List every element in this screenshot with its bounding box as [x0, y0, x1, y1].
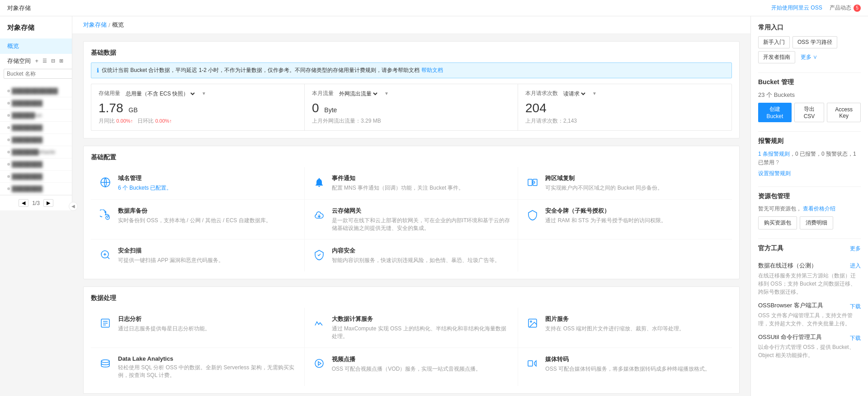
sidebar-item-overview[interactable]: 概览	[0, 38, 72, 54]
backup-icon	[98, 208, 113, 222]
config-notification-text: 事件通知 配置 MNS 事件通知（回调）功能，关注 Bucket 事件。	[332, 174, 464, 192]
resource-text: 暂无可用资源包， 查看价格介绍	[758, 205, 861, 213]
migration-link[interactable]: 进入	[850, 262, 861, 270]
create-bucket-btn[interactable]: 创建 Bucket	[758, 103, 792, 122]
process-item-transcode[interactable]: 媒体转码 OSS 可配合媒体转码服务，将多媒体数据转码成多种终端播放格式。	[518, 348, 732, 386]
process-item-log[interactable]: 日志分析 通过日志服务提供每星日志分析功能。	[91, 308, 305, 348]
traffic-type-select[interactable]: 外网流出流量 内网流出流量	[337, 90, 379, 97]
product-news-link[interactable]: 产品动态 5	[830, 4, 861, 12]
toolbar-btn-3[interactable]: ⊞	[58, 57, 65, 65]
list-item[interactable]: ████████	[0, 134, 72, 146]
metric-requests-header: 本月请求次数 读请求 写请求 ▼	[525, 90, 724, 97]
list-item[interactable]: ████████	[0, 171, 72, 183]
access-key-btn[interactable]: Access Key	[827, 103, 861, 122]
config-item-security[interactable]: 安全令牌（子账号授权） 通过 RAM 和 STS 为子账号授予临时的访问权限。	[518, 200, 732, 240]
config-item-notification[interactable]: 事件通知 配置 MNS 事件通知（回调）功能，关注 Bucket 事件。	[305, 167, 519, 200]
basic-config-section: 基础配置 域名管理 6 个 Buckets 已配置。	[83, 146, 740, 279]
sidebar-search-row: 🔍	[0, 67, 72, 82]
process-item-image[interactable]: 图片服务 支持在 OSS 端对图片文件进行缩放、裁剪、水印等处理。	[518, 308, 732, 348]
common-entry-section: 常用入口 新手入门 OSS 学习路径 开发者指南 更多 ∨	[758, 24, 861, 63]
migration-header: 数据在线迁移（公测） 进入	[758, 262, 861, 270]
ossbrowser-desc: OSS 文件客户端管理工具，支持文件管理，支持超大文件、文件夹批量上传。	[758, 311, 861, 328]
entry-beginner-btn[interactable]: 新手入门	[758, 36, 790, 48]
list-item[interactable]: ████████	[0, 158, 72, 171]
bucket-action-buttons: 创建 Bucket 导出 CSV Access Key	[758, 103, 861, 122]
storage-type-select[interactable]: 总用量（不含 ECS 快照） 标准存储	[124, 90, 196, 97]
toolbar-btn-1[interactable]: ☰	[41, 57, 48, 65]
list-item[interactable]: ████████	[0, 97, 72, 110]
bucket-search-input[interactable]	[4, 69, 72, 79]
add-bucket-btn[interactable]: +	[33, 57, 40, 65]
toolbar-btn-2[interactable]: ⊟	[50, 57, 57, 65]
export-csv-btn[interactable]: 导出 CSV	[794, 103, 824, 122]
list-item[interactable]: ████████	[0, 183, 72, 195]
security-icon	[525, 208, 540, 222]
list-item[interactable]: ████████████	[0, 85, 72, 97]
ossutil-download-link[interactable]: 下载	[850, 334, 861, 342]
help-circle-icon: ?	[776, 159, 779, 166]
config-item-domain[interactable]: 域名管理 6 个 Buckets 已配置。	[91, 167, 305, 200]
app-title: 对象存储	[7, 4, 31, 12]
list-item[interactable]: ██████lun	[0, 110, 72, 122]
config-item-backup[interactable]: 数据库备份 实时备份到 OSS，支持本地 / 公网 / 其他云 / ECS 自建…	[91, 200, 305, 240]
consumption-detail-btn[interactable]: 消费明细	[800, 216, 833, 229]
next-page-btn[interactable]: ▶	[43, 199, 53, 207]
request-type-select[interactable]: 读请求 写请求	[561, 90, 587, 97]
prev-page-btn[interactable]: ◀	[19, 199, 28, 207]
process-bigdata-text: 大数据计算服务 通过 MaxCompute 实现 OSS 上的结构化、半结构化和…	[332, 315, 511, 340]
product-news-badge: 5	[854, 5, 861, 12]
config-item-gateway[interactable]: 云存储网关 是一款可在线下和云上部署的软网关，可在企业的内部IT环境和基于云的存…	[305, 200, 519, 240]
bullet-icon	[7, 90, 10, 92]
sidebar-title: 对象存储	[0, 16, 72, 36]
alert-rule-title: 报警规则	[758, 137, 861, 145]
resource-pricing-link[interactable]: 查看价格介绍	[803, 205, 835, 212]
basic-config-title: 基础配置	[91, 153, 732, 162]
config-item-content-safety[interactable]: 内容安全 智能内容识别服务，快速识别违规风险，如色情、暴恐、垃圾广告等。	[305, 239, 519, 272]
process-item-bigdata[interactable]: 大数据计算服务 通过 MaxCompute 实现 OSS 上的结构化、半结构化和…	[305, 308, 519, 348]
entry-learning-path-btn[interactable]: OSS 学习路径	[793, 36, 837, 48]
set-alert-rule-btn[interactable]: 设置报警规则	[758, 170, 791, 177]
ossbrowser-section: OSSBrowser 客户端工具 下载 OSS 文件客户端管理工具，支持文件管理…	[758, 301, 861, 328]
resource-mgmt-title: 资源包管理	[758, 192, 861, 200]
common-entry-title: 常用入口	[758, 24, 861, 32]
requests-sub: 上月请求次数：2,143	[525, 117, 724, 125]
ossutil-header: OSSUtil 命令行管理工具 下载	[758, 333, 861, 343]
config-item-scan[interactable]: 安全扫描 可提供一键扫描 APP 漏洞和恶意代码服务。	[91, 239, 305, 272]
entry-dev-guide-btn[interactable]: 开发者指南	[758, 51, 795, 63]
process-item-datalake[interactable]: Data Lake Analytics 轻松使用 SQL 分析 OSS 中的数据…	[91, 348, 305, 386]
bucket-list: ████████████ ████████ ██████lun ████████…	[0, 85, 72, 195]
bullet-icon	[7, 102, 10, 105]
list-item[interactable]: ███████ehaote	[0, 146, 72, 158]
data-process-title: 数据处理	[91, 294, 732, 302]
config-domain-text: 域名管理 6 个 Buckets 已配置。	[118, 174, 172, 192]
sidebar-collapse-btn[interactable]: ◀	[69, 202, 78, 211]
config-item-replication[interactable]: 跨区域复制 可实现账户内不同区域之间的 Bucket 同步备份。	[518, 167, 732, 200]
ossbrowser-download-link[interactable]: 下载	[850, 303, 861, 310]
more-tools-link[interactable]: 更多	[850, 245, 861, 253]
start-using-link[interactable]: 开始使用阿里云 OSS	[771, 4, 822, 12]
buy-resource-btn[interactable]: 购买资源包	[758, 216, 797, 229]
svg-point-9	[315, 359, 323, 367]
common-entry-buttons: 新手入门 OSS 学习路径 开发者指南 更多 ∨	[758, 36, 861, 63]
bucket-count: 23 个 Buckets	[758, 91, 861, 99]
process-item-vod[interactable]: 视频点播 OSS 可配合视频点播（VOD）服务，实现一站式音视频点播。	[305, 348, 519, 386]
scan-icon	[98, 248, 113, 262]
ossutil-section: OSSUtil 命令行管理工具 下载 以命令行方式管理 OSS，提供 Bucke…	[758, 333, 861, 359]
help-doc-link[interactable]: 帮助文档	[421, 67, 443, 73]
bullet-icon	[7, 151, 10, 153]
requests-select-arrow: ▼	[592, 91, 597, 96]
breadcrumb-parent[interactable]: 对象存储	[83, 21, 107, 29]
divider-1	[758, 72, 861, 73]
list-item[interactable]: ████████	[0, 122, 72, 134]
migration-section: 数据在线迁移（公测） 进入 在线迁移服务支持第三方源站（数据）迁移到 OSS；支…	[758, 262, 861, 296]
config-backup-text: 数据库备份 实时备份到 OSS，支持本地 / 公网 / 其他云 / ECS 自建…	[118, 207, 271, 224]
entry-more-btn[interactable]: 更多 ∨	[798, 51, 820, 63]
log-icon	[98, 316, 113, 330]
info-icon: ℹ	[97, 67, 99, 74]
divider-4	[758, 239, 861, 239]
config-scan-text: 安全扫描 可提供一键扫描 APP 漏洞和恶意代码服务。	[118, 247, 224, 264]
official-tools-title: 官方工具	[758, 244, 783, 253]
alert-rule-link[interactable]: 1 条报警规则	[758, 151, 790, 157]
resource-buttons: 购买资源包 消费明细	[758, 216, 861, 229]
process-grid: 日志分析 通过日志服务提供每星日志分析功能。 大数据计算服务 通过 MaxCom…	[91, 308, 732, 386]
